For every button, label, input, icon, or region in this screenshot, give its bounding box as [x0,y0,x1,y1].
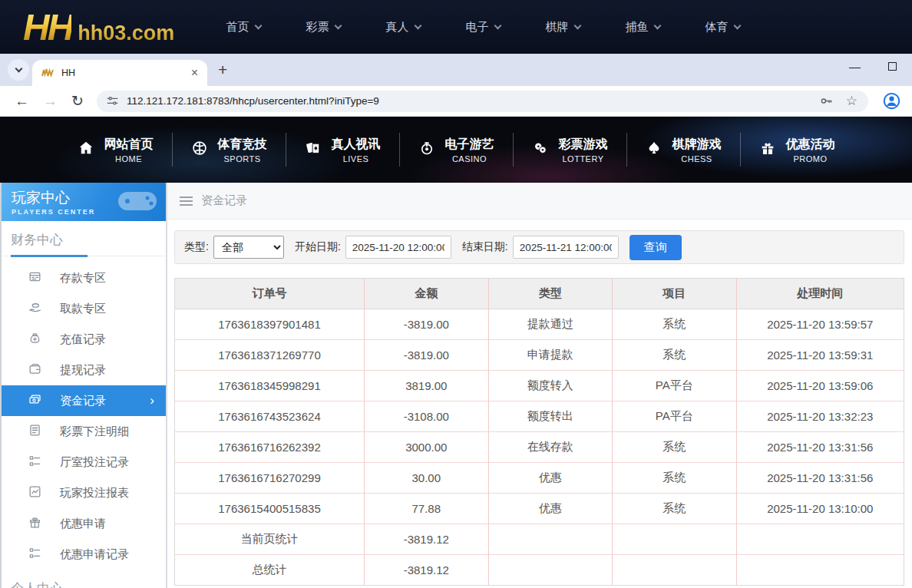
table-cell: 在线存款 [488,432,613,463]
minimize-icon[interactable]: — [849,60,861,73]
profile-avatar-icon[interactable] [882,91,901,111]
tab-close-icon[interactable]: × [188,66,201,80]
content: 类型: 全部 开始日期: 结束日期: 查询 订单号金额类型项目处理时间 1763… [167,220,912,586]
chevron-down-icon [734,21,742,29]
site-nav-zh-label: 真人视讯 [332,137,381,153]
sidebar-item-promo-apply[interactable]: 优惠申请 [2,508,166,539]
top-nav-item-slots[interactable]: 电子 [443,20,523,35]
start-date-input[interactable] [345,236,451,259]
sidebar-item-label: 取款专区 [60,302,106,316]
tab-search-button[interactable] [8,59,29,81]
sidebar-item-deposit-zone[interactable]: 存款专区 [2,263,166,293]
table-cell: 2025-11-20 13:59:57 [736,309,904,340]
chevron-down-icon [415,21,422,29]
top-nav-item-live[interactable]: 真人 [363,20,443,35]
top-nav-item-fishing[interactable]: 捕鱼 [603,20,682,35]
top-nav-label: 真人 [385,20,408,35]
sidebar-item-recharge-records[interactable]: 充值记录 [2,324,166,355]
table-cell: 2025-11-20 13:31:56 [736,463,904,494]
top-nav-item-chess[interactable]: 棋牌 [523,20,603,35]
table-row: 总统计-3819.12 [175,555,904,586]
omnibox[interactable]: 112.121.172.181:8783/hhcp/usercenter.htm… [97,91,868,112]
end-date-input[interactable] [513,236,619,259]
password-key-icon[interactable] [813,94,840,108]
chevron-down-icon [255,21,263,29]
table-cell [613,555,737,586]
new-tab-button[interactable]: + [218,61,227,79]
site-nav-item-chess[interactable]: 棋牌游戏 CHESS [627,137,740,164]
top-nav-item-sports[interactable]: 体育 [682,20,762,35]
table-header-cell: 项目 [613,279,737,309]
site-logo[interactable]: HH hh03.com [23,6,174,48]
sidebar-item-promo-apply-records[interactable]: 优惠申请记录 [2,539,166,570]
table-cell [488,524,613,555]
site-nav-item-sports[interactable]: 体育竞技 SPORTS [173,137,286,164]
search-button[interactable]: 查询 [629,235,682,260]
table-row: 17636167162623923000.00在线存款系统2025-11-20 … [175,432,904,463]
url-text[interactable]: 112.121.172.181:8783/hhcp/usercenter.htm… [127,95,813,107]
site-nav-zh-label: 棋牌游戏 [672,137,722,153]
list-icon [28,423,42,440]
site-nav-item-lives[interactable]: 真人视讯 LIVES [286,137,399,164]
breadcrumb: 资金记录 [167,183,912,220]
site-settings-icon[interactable] [106,94,119,107]
table-cell: 当前页统计 [175,524,365,555]
top-nav-item-lottery[interactable]: 彩票 [283,20,363,35]
checklist-icon [28,454,42,471]
table-cell: -3108.00 [365,401,489,432]
sidebar-item-player-bet-report[interactable]: 玩家投注报表 [2,477,166,508]
gift-small-icon [28,515,42,532]
refresh-icon[interactable]: ↻ [64,92,91,110]
browser-tab[interactable]: HH × [32,60,207,86]
site-nav-en-label: HOME [115,154,142,164]
back-icon[interactable]: ← [8,93,36,110]
sidebar-item-funds-records[interactable]: 资金记录 › [2,385,166,416]
sidebar-item-withdrawal-records[interactable]: 提现记录 [2,355,166,385]
table-cell: 1763618397901481 [175,309,365,340]
forward-icon[interactable]: → [36,93,64,110]
table-cell: -3819.12 [365,555,489,586]
site-nav-item-casino[interactable]: 电子游艺 CASINO [400,137,513,164]
sidebar-item-label: 提现记录 [60,363,106,378]
site-nav-en-label: PROMO [793,154,827,164]
type-label: 类型: [184,240,209,254]
site-nav-zh-label: 体育竞技 [218,137,267,153]
sidebar-item-withdraw-zone[interactable]: 取款专区 [2,293,166,324]
top-nav-label: 捕鱼 [625,20,648,35]
table-header-cell: 类型 [488,279,613,309]
sidebar-header: 玩家中心 PLAYERS CENTER [2,183,166,221]
table-header-cell: 金额 [365,279,489,309]
chevron-down-icon [335,21,342,29]
cards-icon [305,140,322,160]
browser-toolbar: ← → ↻ 112.121.172.181:8783/hhcp/usercent… [0,86,912,117]
roulette-icon [418,140,435,160]
table-row: 176361671627029930.00优惠系统2025-11-20 13:3… [175,463,904,494]
table-cell: 1763618371269770 [175,340,365,371]
lottery-balls-icon [532,140,549,160]
site-nav-en-label: CHESS [681,154,712,164]
table-cell: -3819.12 [365,524,489,555]
sidebar-item-hall-bet-records[interactable]: 厅室投注记录 [2,447,166,477]
top-nav-item-home[interactable]: 首页 [203,20,283,35]
site-nav-item-promo[interactable]: 优惠活动 PROMO [741,137,854,164]
table-cell [613,524,737,555]
site-nav-item-home[interactable]: 网站首页 HOME [59,137,172,164]
table-cell: 1763618345998291 [175,371,365,401]
personal-section-title: 个人中心 [2,570,166,588]
table-cell: 额度转入 [488,371,613,401]
table-cell: -3819.00 [365,340,489,371]
site-nav-zh-label: 彩票游戏 [559,137,608,153]
site-nav-zh-label: 优惠活动 [786,137,835,153]
page-layout: 玩家中心 PLAYERS CENTER 财务中心 存款专区 取款专区 充值记录 … [0,183,912,588]
sidebar-item-lottery-bet-detail[interactable]: 彩票下注明细 [2,416,166,447]
table-body: 1763618397901481-3819.00提款通过系统2025-11-20… [175,309,904,586]
site-nav-item-lottery[interactable]: 彩票游戏 LOTTERY [514,137,626,164]
type-select[interactable]: 全部 [213,236,284,259]
table-cell: 系统 [613,463,737,494]
site-nav-en-label: LIVES [343,154,369,164]
table-cell: 3000.00 [365,432,489,463]
withdraw-hand-icon [28,300,42,317]
bookmark-star-icon[interactable]: ☆ [840,93,864,109]
maximize-icon[interactable] [888,60,897,73]
hamburger-icon[interactable] [180,197,193,206]
